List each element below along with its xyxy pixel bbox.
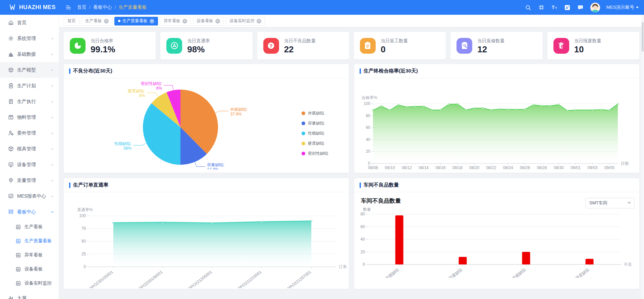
question-icon: ?	[263, 38, 279, 54]
package-icon	[8, 114, 14, 120]
breadcrumb-item[interactable]: 看板中心	[93, 4, 112, 10]
tab[interactable]: 设备实时监控×	[226, 17, 265, 26]
kanban-icon	[15, 281, 21, 286]
logo-icon	[9, 4, 16, 11]
kpi-value: 0	[381, 45, 408, 54]
pie-callout-label: 容量缺陷:12.4%	[207, 162, 224, 169]
translate-icon[interactable]: A文	[564, 4, 571, 11]
legend-label: 外观缺陷	[308, 110, 324, 116]
svg-text:25: 25	[82, 252, 86, 256]
svg-text:0: 0	[363, 262, 365, 267]
workshop-chart-area: SMT车间 车间不良品数量 020406080外观缺陷容量缺陷性能缺陷硬度缺陷数…	[354, 192, 639, 289]
sidebar-item[interactable]: 委外管理	[0, 125, 59, 141]
user-name: MES演示账号	[606, 4, 634, 10]
legend-item[interactable]: 硬度缺陷	[302, 141, 328, 146]
user-menu[interactable]: MES演示账号	[606, 4, 639, 10]
sidebar-item[interactable]: 系统管理	[0, 31, 59, 46]
font-size-icon[interactable]: TT	[551, 4, 558, 11]
tab[interactable]: 设备看板×	[193, 17, 224, 26]
sidebar-item[interactable]: 生产执行	[0, 94, 59, 109]
sidebar-item-label: 生产执行	[17, 99, 36, 105]
title-accent-bar	[69, 68, 70, 74]
pie-chart-area: 外观缺陷:37.6%容量缺陷:12.4%性能缺陷:36%硬度缺陷:8%密封性缺陷…	[64, 78, 349, 173]
legend-item[interactable]: 外观缺陷	[302, 110, 328, 116]
tab[interactable]: 首页	[64, 17, 79, 26]
svg-text:文: 文	[568, 5, 570, 8]
legend-item[interactable]: 性能缺陷	[302, 131, 328, 136]
breadcrumb: 首页/看板中心/生产质量看板	[77, 4, 147, 10]
sidebar-item[interactable]: 设备管理	[0, 157, 59, 172]
app-logo[interactable]: HUAZHI MES	[0, 4, 59, 11]
fpy-chart-area: 0255075100PPO230105001PPO230106001PPO221…	[64, 192, 349, 289]
svg-text:08/12: 08/12	[402, 165, 412, 170]
chevron-down-icon	[636, 7, 639, 8]
user-avatar[interactable]	[590, 3, 600, 12]
logo-text: HUAZHI MES	[19, 4, 56, 11]
exit-fullscreen-icon[interactable]	[538, 4, 545, 11]
tab-close-icon[interactable]: ×	[215, 19, 220, 23]
sidebar-item-label: 系统管理	[17, 36, 36, 42]
sidebar-subitem[interactable]: 异常看板	[0, 248, 59, 262]
sidebar-item-label: 委外管理	[17, 130, 36, 136]
panel-final-inspection-pass-rate: 生产终检合格率(近30天) 02040608010008/0808/1008/1…	[354, 64, 639, 173]
chevron-down-icon	[50, 36, 55, 41]
svg-text:0: 0	[368, 161, 370, 166]
sidebar-item[interactable]: 模具管理	[0, 141, 59, 157]
sidebar-item-label: 生产模型	[17, 67, 36, 73]
tab[interactable]: 生产看板×	[82, 17, 112, 26]
svg-text:数量: 数量	[363, 207, 371, 212]
bar[interactable]	[395, 215, 404, 264]
tab-label: 首页	[67, 18, 76, 24]
tab-close-icon[interactable]: ×	[150, 19, 154, 23]
tab-close-icon[interactable]: ×	[257, 19, 261, 23]
board-icon	[8, 209, 14, 215]
sidebar-item[interactable]: 物料管理	[0, 109, 59, 125]
page-scrollbar[interactable]	[641, 15, 644, 299]
message-icon[interactable]	[577, 4, 584, 11]
svg-text:T: T	[552, 5, 555, 10]
pie-callout-label: 外观缺陷:37.6%	[230, 107, 247, 116]
legend-item[interactable]: 容量缺陷	[302, 120, 328, 126]
sidebar-subitem[interactable]: 生产看板	[0, 220, 59, 234]
main-content: 当日合格率99.1%当日直通率98%?当日不良品数量22当日返工数量0当日返修数…	[59, 27, 644, 299]
sidebar-subitem[interactable]: 生产质量看板	[0, 234, 59, 248]
kpi-label: 当日直通率	[187, 38, 210, 44]
bar[interactable]	[586, 259, 594, 264]
breadcrumb-separator: /	[89, 5, 91, 10]
bar[interactable]	[522, 252, 530, 265]
doc-icon	[8, 99, 14, 104]
sidebar-item[interactable]: 生产模型	[0, 62, 59, 78]
sidebar-item[interactable]: 首页	[0, 15, 59, 31]
sidebar-item[interactable]: 生产计划	[0, 78, 59, 94]
active-tab-dot	[118, 20, 120, 22]
tab[interactable]: 生产质量看板×	[114, 17, 158, 26]
chevron-down-icon	[50, 84, 55, 88]
sidebar-item[interactable]: 质量管理	[0, 172, 59, 188]
scrollbar-thumb[interactable]	[642, 22, 644, 52]
tab-close-icon[interactable]: ×	[182, 19, 187, 23]
collapse-menu-icon[interactable]	[65, 4, 72, 11]
tab-close-icon[interactable]: ×	[104, 19, 109, 23]
kpi-card: 当日返修数量12	[450, 32, 542, 59]
tab[interactable]: 异常看板×	[160, 17, 191, 26]
bar[interactable]	[459, 257, 467, 265]
clipboard-icon	[8, 83, 14, 89]
sidebar-item[interactable]: 基础数据	[0, 46, 59, 62]
sidebar-subitem[interactable]: 设备实时监控	[0, 276, 59, 290]
breadcrumb-item[interactable]: 生产质量看板	[119, 4, 147, 10]
breadcrumb-item[interactable]: 首页	[77, 4, 87, 10]
search-icon[interactable]	[525, 4, 532, 11]
sidebar-item[interactable]: 看板中心	[0, 204, 59, 220]
panel-title: 不良分布(近30天)	[73, 68, 112, 74]
chevron-down-icon	[50, 115, 55, 120]
legend-item[interactable]: 密封性缺陷	[302, 151, 328, 156]
svg-text:?: ?	[270, 43, 273, 49]
sidebar-subitem[interactable]: 设备看板	[0, 262, 59, 276]
svg-text:日期: 日期	[621, 161, 629, 166]
workshop-select[interactable]: SMT车间	[586, 198, 635, 208]
person-icon	[8, 130, 14, 136]
sidebar-item[interactable]: MES报表中心	[0, 188, 59, 204]
svg-text:40: 40	[361, 237, 365, 242]
sidebar-item[interactable]: 大屏	[0, 290, 59, 299]
legend-dot	[302, 132, 305, 135]
